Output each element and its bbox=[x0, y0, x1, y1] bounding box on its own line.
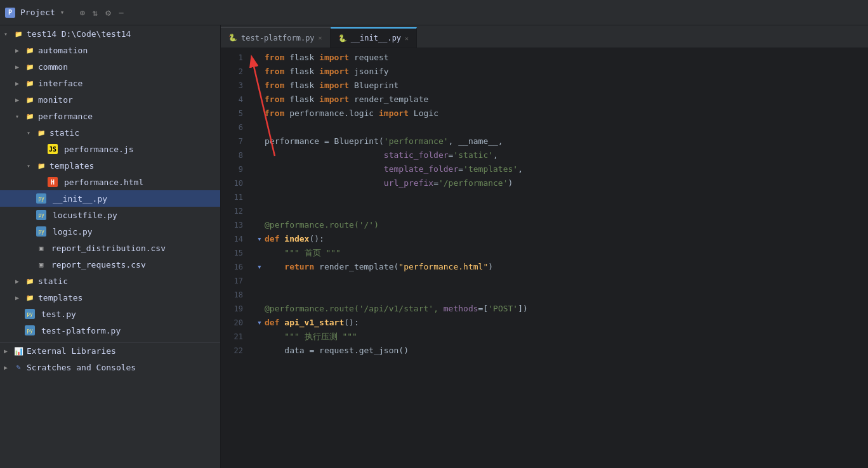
code-line-4: from flask import render_template bbox=[254, 93, 868, 107]
sidebar-label-init-py: __init__.py bbox=[53, 194, 107, 204]
line-num-11: 11 bbox=[221, 190, 243, 204]
code-line-20: ▾ def api_v1_start(): bbox=[254, 316, 868, 330]
title-bar-title: Project bbox=[20, 8, 55, 17]
folder-arrow-static-perf: ▾ bbox=[27, 129, 34, 136]
folder-icon-static-root: 📁 bbox=[25, 276, 35, 286]
py-icon-test: py bbox=[25, 309, 35, 319]
sidebar-label-automation: automation bbox=[38, 46, 88, 55]
sidebar-label-report-req: report_requests.csv bbox=[51, 260, 146, 270]
editor[interactable]: 1 2 3 4 5 6 7 8 9 10 11 12 13 14 15 16 1… bbox=[221, 48, 868, 468]
py-tab-icon-init: 🐍 bbox=[338, 34, 347, 42]
scratches-icon: ✎ bbox=[13, 362, 23, 372]
sidebar-item-scratches[interactable]: ▶ ✎ Scratches and Consoles bbox=[0, 359, 220, 375]
sidebar-item-monitor[interactable]: ▶ 📁 monitor bbox=[0, 91, 220, 108]
line-numbers: 1 2 3 4 5 6 7 8 9 10 11 12 13 14 15 16 1… bbox=[221, 48, 249, 468]
sidebar-item-test-py[interactable]: py test.py bbox=[0, 306, 220, 322]
title-bar-dropdown-icon[interactable]: ▾ bbox=[60, 8, 65, 16]
code-line-18 bbox=[254, 288, 868, 302]
code-line-17 bbox=[254, 274, 868, 288]
line-num-6: 6 bbox=[221, 120, 243, 134]
minimize-icon[interactable]: − bbox=[119, 8, 124, 18]
line-num-16: 16 bbox=[221, 260, 243, 274]
code-line-2: from flask import jsonify bbox=[254, 65, 868, 79]
code-line-1: from flask import request bbox=[254, 51, 868, 65]
line-num-19: 19 bbox=[221, 302, 243, 316]
sidebar-item-logic[interactable]: py logic.py bbox=[0, 223, 220, 240]
py-icon-test-platform: py bbox=[25, 325, 35, 335]
settings-icon[interactable]: ⚙ bbox=[105, 8, 110, 18]
sidebar-label-test14: test14 D:\Code\test14 bbox=[27, 29, 131, 39]
sidebar-label-common: common bbox=[38, 62, 68, 72]
code-line-16: ▾ return render_template("performance.ht… bbox=[254, 260, 868, 274]
folder-arrow-automation: ▶ bbox=[15, 47, 23, 54]
sidebar-item-report-dist[interactable]: ▣ report_distribution.csv bbox=[0, 240, 220, 256]
sidebar-item-ext-libs[interactable]: ▶ 📊 External Libraries bbox=[0, 342, 220, 359]
title-bar: P Project ▾ ⊕ ⇅ ⚙ − bbox=[0, 0, 868, 25]
sidebar-item-static-root[interactable]: ▶ 📁 static bbox=[0, 273, 220, 289]
py-icon-logic: py bbox=[36, 226, 46, 237]
line-num-17: 17 bbox=[221, 274, 243, 288]
sidebar-item-common[interactable]: ▶ 📁 common bbox=[0, 58, 220, 75]
line-num-9: 9 bbox=[221, 162, 243, 176]
csv-icon-report-dist: ▣ bbox=[36, 243, 46, 253]
line-num-1: 1 bbox=[221, 51, 243, 65]
tab-close-test-platform[interactable]: ✕ bbox=[319, 34, 322, 41]
code-line-11 bbox=[254, 190, 868, 204]
folder-arrow-interface: ▶ bbox=[15, 80, 23, 87]
folder-arrow-test14: ▾ bbox=[4, 30, 11, 37]
collapse-icon[interactable]: ⇅ bbox=[93, 8, 98, 18]
sidebar-item-performance-js[interactable]: JS performance.js bbox=[0, 141, 220, 157]
sidebar-label-templates-perf: templates bbox=[49, 161, 94, 171]
code-line-3: from flask import Blueprint bbox=[254, 79, 868, 93]
tab-label-init: __init__.py bbox=[351, 34, 401, 42]
sidebar-item-templates-perf[interactable]: ▾ 📁 templates bbox=[0, 157, 220, 174]
line-num-4: 4 bbox=[221, 93, 243, 107]
sidebar-item-performance-html[interactable]: H performance.html bbox=[0, 174, 220, 190]
sidebar-label-performance-js: performance.js bbox=[64, 145, 134, 154]
arrow-ext-libs: ▶ bbox=[4, 348, 11, 354]
folder-icon-interface: 📁 bbox=[25, 78, 35, 88]
title-bar-icons: ⊕ ⇅ ⚙ − bbox=[79, 8, 124, 18]
gutter-16[interactable]: ▾ bbox=[254, 260, 265, 274]
tab-close-init[interactable]: ✕ bbox=[405, 35, 409, 42]
sidebar-label-templates-root: templates bbox=[38, 293, 82, 302]
line-num-7: 7 bbox=[221, 134, 243, 148]
folder-arrow-static-root: ▶ bbox=[15, 278, 23, 285]
sidebar-label-performance-html: performance.html bbox=[64, 178, 143, 187]
sidebar-item-test-platform-py[interactable]: py test-platform.py bbox=[0, 322, 220, 339]
sidebar-label-report-dist: report_distribution.csv bbox=[51, 244, 166, 253]
tabs-bar: 🐍 test-platform.py ✕ 🐍 __init__.py ✕ bbox=[221, 25, 868, 48]
sidebar-item-report-req[interactable]: ▣ report_requests.csv bbox=[0, 256, 220, 273]
folder-arrow-common: ▶ bbox=[15, 63, 23, 70]
sidebar-item-static-perf[interactable]: ▾ 📁 static bbox=[0, 124, 220, 141]
sidebar-label-test-py: test.py bbox=[41, 309, 76, 319]
editor-area: 🐍 test-platform.py ✕ 🐍 __init__.py ✕ bbox=[221, 25, 868, 468]
sidebar-label-test-platform-py: test-platform.py bbox=[41, 326, 121, 335]
sidebar-label-interface: interface bbox=[38, 79, 82, 88]
sidebar: ▾ 📁 test14 D:\Code\test14 ▶ 📁 automation… bbox=[0, 25, 221, 468]
folder-icon-automation: 📁 bbox=[25, 45, 35, 55]
folder-icon-test14: 📁 bbox=[13, 29, 23, 39]
code-line-9: template_folder='templates', bbox=[254, 162, 868, 176]
js-icon-performance: JS bbox=[48, 144, 58, 154]
py-tab-icon-test-platform: 🐍 bbox=[228, 34, 237, 42]
sidebar-item-automation[interactable]: ▶ 📁 automation bbox=[0, 42, 220, 58]
sidebar-label-performance: performance bbox=[38, 112, 93, 121]
sidebar-item-init-py[interactable]: py __init__.py bbox=[0, 190, 220, 207]
sidebar-item-performance[interactable]: ▾ 📁 performance bbox=[0, 108, 220, 124]
sidebar-item-interface[interactable]: ▶ 📁 interface bbox=[0, 75, 220, 91]
line-num-13: 13 bbox=[221, 218, 243, 232]
sidebar-label-ext-libs: External Libraries bbox=[27, 346, 116, 356]
gutter-14[interactable]: ▾ bbox=[254, 232, 265, 246]
tab-test-platform[interactable]: 🐍 test-platform.py ✕ bbox=[221, 27, 331, 48]
code-line-8: static_folder='static', bbox=[254, 148, 868, 162]
sidebar-item-locustfile[interactable]: py locustfile.py bbox=[0, 207, 220, 223]
sidebar-item-templates-root[interactable]: ▶ 📁 templates bbox=[0, 289, 220, 306]
line-num-3: 3 bbox=[221, 79, 243, 93]
sidebar-item-test14[interactable]: ▾ 📁 test14 D:\Code\test14 bbox=[0, 25, 220, 42]
gutter-20[interactable]: ▾ bbox=[254, 316, 265, 330]
locate-icon[interactable]: ⊕ bbox=[79, 8, 84, 18]
code-area: from flask import request from flask imp… bbox=[249, 48, 868, 468]
sidebar-label-scratches: Scratches and Consoles bbox=[27, 363, 136, 372]
tab-init[interactable]: 🐍 __init__.py ✕ bbox=[331, 27, 418, 48]
